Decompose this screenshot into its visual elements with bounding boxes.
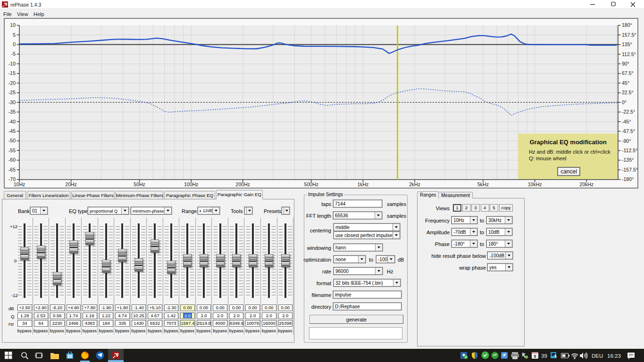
svg-text:20kHz: 20kHz (579, 181, 594, 187)
svg-text:45°: 45° (622, 80, 629, 86)
svg-text:Q: mouse wheel: Q: mouse wheel (529, 156, 566, 161)
svg-text:-55: -55 (8, 148, 16, 153)
svg-text:5: 5 (13, 32, 16, 38)
svg-text:10Hz: 10Hz (14, 181, 25, 187)
svg-text:-40: -40 (8, 119, 16, 124)
svg-text:112.5°: 112.5° (622, 51, 636, 57)
svg-text:22.5°: 22.5° (622, 90, 634, 95)
svg-text:cancel: cancel (560, 168, 577, 175)
svg-text:180°: 180° (622, 22, 632, 28)
svg-text:1kHz: 1kHz (357, 181, 368, 187)
svg-text:Hz and dB: middle click or ctr: Hz and dB: middle click or ctrl+click (529, 149, 611, 155)
svg-text:-135°: -135° (622, 157, 634, 163)
svg-text:10: 10 (10, 22, 16, 28)
svg-text:-180°: -180° (622, 176, 634, 182)
svg-text:-65: -65 (8, 167, 16, 173)
svg-text:-50: -50 (8, 138, 16, 143)
svg-text:-10: -10 (8, 61, 16, 66)
svg-text:-157.5°: -157.5° (622, 167, 638, 173)
svg-text:100Hz: 100Hz (184, 181, 198, 187)
svg-text:-112.5°: -112.5° (622, 148, 637, 153)
svg-text:135°: 135° (622, 41, 632, 47)
svg-text:-35: -35 (8, 109, 16, 115)
svg-text:-15: -15 (8, 70, 16, 76)
svg-text:90°: 90° (622, 61, 629, 66)
svg-text:-90°: -90° (622, 138, 631, 144)
svg-text:157.5°: 157.5° (622, 32, 636, 38)
svg-text:-60: -60 (8, 157, 16, 163)
svg-text:Graphical EQ modification: Graphical EQ modification (529, 139, 606, 146)
svg-text:8: 8 (534, 354, 536, 359)
svg-text:-5: -5 (11, 51, 16, 57)
svg-text:-67.5°: -67.5° (622, 128, 635, 134)
svg-text:20Hz: 20Hz (65, 181, 77, 187)
svg-text:0°: 0° (622, 99, 627, 105)
svg-text:2kHz: 2kHz (409, 181, 420, 187)
svg-text:-45: -45 (8, 128, 16, 134)
svg-text:0: 0 (13, 41, 16, 47)
svg-text:500Hz: 500Hz (304, 181, 318, 187)
svg-text:-30: -30 (8, 99, 16, 105)
svg-text:5kHz: 5kHz (477, 181, 489, 187)
svg-text:50Hz: 50Hz (134, 181, 145, 187)
svg-text:10kHz: 10kHz (528, 181, 542, 187)
svg-text:-22.5°: -22.5° (622, 109, 635, 115)
svg-text:200Hz: 200Hz (236, 181, 250, 187)
svg-text:-25: -25 (8, 90, 16, 95)
svg-text:-45°: -45° (622, 119, 631, 124)
svg-text:67.5°: 67.5° (622, 70, 634, 76)
svg-text:-20: -20 (8, 80, 16, 86)
